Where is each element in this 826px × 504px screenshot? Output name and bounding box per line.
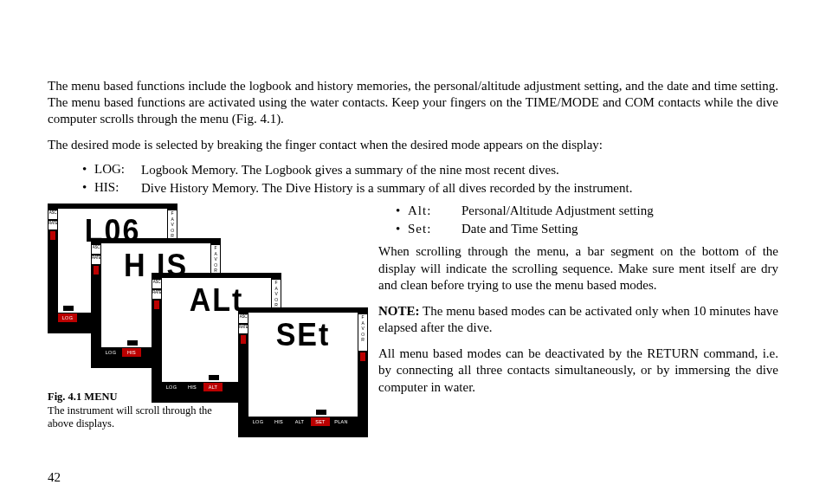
mode-list-top: • LOG: Logbook Memory. The Logbook gives… bbox=[48, 162, 778, 197]
mode-desc-alt: Personal/Altitude Adjustment setting bbox=[461, 204, 778, 218]
indicator-icon bbox=[360, 352, 365, 361]
asc-label: ASC bbox=[92, 245, 100, 254]
two-column-area: ASCRATE FAVOR L06 LOG ASCRATE FAVOR H IS bbox=[48, 204, 778, 446]
note-body: The menu based modes can be activated on… bbox=[378, 304, 778, 335]
paragraph-note: NOTE: The menu based modes can be activa… bbox=[378, 303, 778, 337]
paragraph-scroll: When scrolling through the menu, a bar s… bbox=[378, 243, 778, 294]
mode-row-alt: • Alt: Personal/Altitude Adjustment sett… bbox=[396, 204, 778, 218]
page-number: 42 bbox=[48, 470, 61, 485]
paragraph-return: All menu based modes can be deactivated … bbox=[378, 346, 778, 397]
mode-key-set: Set: bbox=[408, 222, 461, 236]
bullet-icon: • bbox=[396, 204, 408, 218]
menu-slot: HIS bbox=[183, 383, 202, 391]
asc-label: ASC bbox=[48, 210, 57, 219]
menu-slot: HIS bbox=[122, 348, 141, 357]
rate-label: RATE bbox=[239, 325, 248, 333]
menu-slot: LOG bbox=[162, 383, 181, 391]
mode-row-set: • Set: Date and Time Setting bbox=[396, 222, 778, 236]
menu-slot: LOG bbox=[248, 417, 268, 426]
menu-slot: ALT bbox=[203, 383, 223, 391]
note-label: NOTE: bbox=[378, 304, 420, 318]
bullet-icon: • bbox=[82, 162, 94, 178]
cursor-tick bbox=[63, 306, 74, 311]
figure-area: ASCRATE FAVOR L06 LOG ASCRATE FAVOR H IS bbox=[48, 204, 359, 446]
asc-label: ASC bbox=[239, 314, 248, 323]
favor-label: FAVOR bbox=[358, 314, 367, 351]
right-column: • Alt: Personal/Altitude Adjustment sett… bbox=[378, 204, 778, 446]
asc-label: ASC bbox=[152, 280, 161, 288]
caption-body: The instrument will scroll through the a… bbox=[48, 404, 212, 430]
page-content: The menu based functions include the log… bbox=[48, 78, 778, 446]
paragraph-intro: The menu based functions include the log… bbox=[48, 78, 778, 128]
mode-key-his: HIS: bbox=[94, 180, 141, 197]
device-display-set: ASCRATE FAVOR SEt LOG HIS ALT SET PLAN bbox=[238, 307, 368, 437]
menu-slot: SET bbox=[311, 417, 330, 426]
menu-slot: PLAN bbox=[332, 417, 351, 426]
mode-key-log: LOG: bbox=[94, 162, 141, 178]
mode-row-log: • LOG: Logbook Memory. The Logbook gives… bbox=[82, 162, 778, 178]
cursor-tick bbox=[209, 375, 219, 380]
indicator-icon bbox=[50, 231, 55, 240]
rate-label: RATE bbox=[92, 255, 100, 264]
indicator-icon bbox=[241, 335, 246, 344]
lcd-screen: SEt bbox=[248, 313, 358, 417]
rate-label: RATE bbox=[152, 290, 161, 299]
mode-desc-his: Dive History Memory. The Dive History is… bbox=[141, 180, 778, 197]
cursor-tick bbox=[316, 410, 326, 415]
mode-key-alt: Alt: bbox=[408, 204, 461, 218]
mode-row-his: • HIS: Dive History Memory. The Dive His… bbox=[82, 180, 778, 197]
cursor-tick bbox=[127, 340, 138, 346]
caption-title: Fig. 4.1 MENU bbox=[48, 391, 118, 403]
mode-desc-log: Logbook Memory. The Logbook gives a summ… bbox=[141, 162, 778, 178]
menu-slot: HIS bbox=[269, 417, 288, 426]
bullet-icon: • bbox=[396, 222, 408, 236]
indicator-icon bbox=[94, 266, 99, 275]
menu-slot: ALT bbox=[290, 417, 309, 426]
bullet-icon: • bbox=[82, 180, 94, 197]
rate-label: RATE bbox=[48, 221, 57, 229]
menu-slot: LOG bbox=[101, 348, 120, 357]
mode-desc-set: Date and Time Setting bbox=[461, 222, 778, 236]
menu-bar: LOG HIS ALT SET PLAN bbox=[248, 417, 358, 427]
indicator-icon bbox=[154, 300, 159, 309]
mode-list-right: • Alt: Personal/Altitude Adjustment sett… bbox=[378, 204, 778, 236]
paragraph-select: The desired mode is selected by breaking… bbox=[48, 137, 778, 153]
lcd-text: SEt bbox=[248, 316, 358, 353]
menu-slot: LOG bbox=[58, 313, 77, 322]
